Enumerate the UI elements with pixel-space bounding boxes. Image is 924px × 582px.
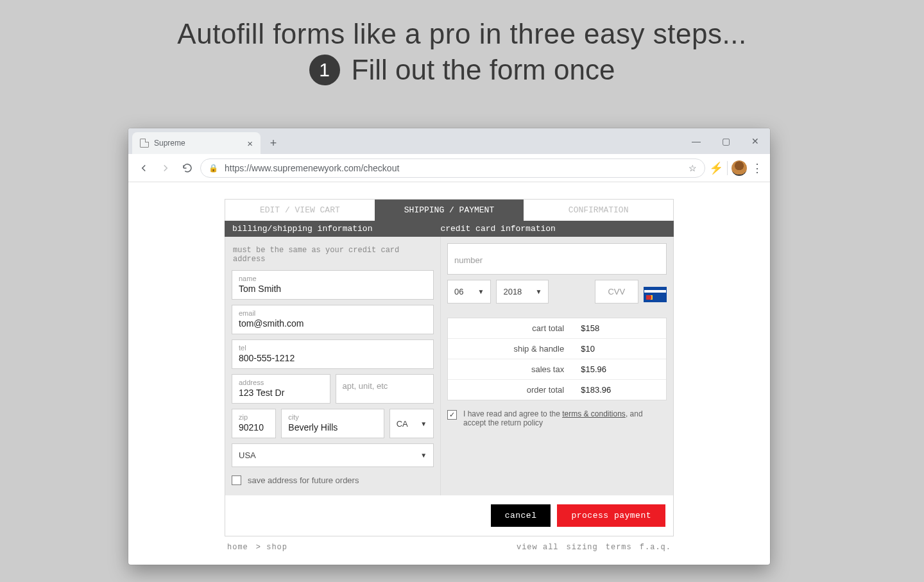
exp-year-value: 2018 bbox=[503, 287, 522, 296]
terms-checkbox[interactable]: ✓ bbox=[447, 410, 457, 420]
billing-header: billing/shipping information bbox=[232, 224, 440, 234]
separator bbox=[727, 161, 728, 175]
address-field[interactable]: address 123 Test Dr bbox=[232, 374, 330, 404]
address-bar[interactable]: 🔒 https://www.supremenewyork.com/checkou… bbox=[200, 158, 705, 178]
zip-field[interactable]: zip 90210 bbox=[232, 409, 276, 438]
promo-line1: Autofill forms like a pro in three easy … bbox=[177, 18, 746, 50]
email-label: email bbox=[239, 309, 427, 317]
window-controls: — ▢ ✕ bbox=[681, 128, 770, 154]
save-address-row[interactable]: save address for future orders bbox=[232, 475, 434, 485]
exp-month-select[interactable]: 06 ▼ bbox=[447, 280, 491, 304]
state-value: CA bbox=[397, 419, 408, 429]
email-value: tom@smith.com bbox=[239, 318, 427, 329]
checkout-form: must be the same as your credit card add… bbox=[225, 237, 674, 495]
step-confirmation[interactable]: CONFIRMATION bbox=[524, 200, 673, 221]
city-field[interactable]: city Beverly Hills bbox=[281, 409, 384, 438]
url-text: https://www.supremenewyork.com/checkout bbox=[225, 163, 399, 173]
totals-label-0: cart total bbox=[448, 318, 574, 338]
state-select[interactable]: CA ▼ bbox=[389, 409, 434, 438]
footer-viewall[interactable]: view all bbox=[517, 543, 559, 552]
tab-title: Supreme bbox=[154, 139, 185, 148]
close-window-icon[interactable]: ✕ bbox=[740, 128, 770, 154]
total-row: ship & handle $10 bbox=[448, 339, 666, 359]
minimize-icon[interactable]: — bbox=[681, 128, 711, 154]
zip-value: 90210 bbox=[239, 422, 269, 432]
apt-placeholder: apt, unit, etc bbox=[343, 381, 427, 391]
step-shipping-payment[interactable]: SHIPPING / PAYMENT bbox=[375, 200, 524, 221]
page-content: EDIT / VIEW CART SHIPPING / PAYMENT CONF… bbox=[128, 182, 770, 565]
new-tab-button[interactable]: + bbox=[264, 137, 282, 154]
name-label: name bbox=[239, 275, 427, 282]
payment-column: number 06 ▼ 2018 ▼ CVV bbox=[440, 237, 673, 495]
footer-shop[interactable]: > shop bbox=[256, 543, 287, 552]
close-tab-icon[interactable]: × bbox=[247, 139, 253, 148]
cvv-field[interactable]: CVV bbox=[595, 280, 638, 304]
email-field[interactable]: email tom@smith.com bbox=[232, 305, 434, 334]
totals-value-1: $10 bbox=[574, 339, 666, 359]
total-row: sales tax $15.96 bbox=[448, 359, 666, 380]
cvv-placeholder: CVV bbox=[602, 287, 631, 296]
section-header: billing/shipping information credit card… bbox=[225, 221, 674, 237]
totals-label-3: order total bbox=[448, 380, 574, 400]
footer-faq[interactable]: f.a.q. bbox=[640, 543, 671, 552]
chevron-down-icon: ▼ bbox=[536, 288, 542, 295]
apt-field[interactable]: apt, unit, etc bbox=[336, 374, 434, 404]
browser-tab[interactable]: Supreme × bbox=[132, 132, 261, 154]
bookmark-star-icon[interactable]: ☆ bbox=[689, 163, 697, 173]
actions-bar: cancel process payment bbox=[225, 495, 674, 536]
footer-nav: home > shop view all sizing terms f.a.q. bbox=[225, 536, 674, 552]
city-label: city bbox=[288, 413, 377, 421]
save-address-checkbox[interactable] bbox=[232, 475, 241, 485]
terms-row[interactable]: ✓ I have read and agree to the terms & c… bbox=[447, 409, 667, 427]
forward-button[interactable] bbox=[157, 159, 175, 177]
back-button[interactable] bbox=[135, 159, 153, 177]
extension-icon[interactable]: ⚡ bbox=[709, 161, 723, 175]
card-number-placeholder: number bbox=[454, 255, 660, 265]
chevron-down-icon: ▼ bbox=[420, 452, 427, 459]
cancel-button[interactable]: cancel bbox=[491, 504, 551, 527]
total-row: order total $183.96 bbox=[448, 380, 666, 400]
kebab-menu-icon[interactable]: ⋮ bbox=[751, 161, 764, 175]
exp-month-value: 06 bbox=[454, 287, 463, 296]
totals-value-2: $15.96 bbox=[574, 359, 666, 379]
totals-value-3: $183.96 bbox=[574, 380, 666, 400]
name-value: Tom Smith bbox=[239, 284, 427, 294]
browser-toolbar: 🔒 https://www.supremenewyork.com/checkou… bbox=[128, 154, 770, 182]
tel-field[interactable]: tel 800-555-1212 bbox=[232, 339, 434, 369]
exp-year-select[interactable]: 2018 ▼ bbox=[496, 280, 549, 304]
step-number-badge: 1 bbox=[309, 55, 340, 85]
promo-line2: Fill out the form once bbox=[352, 54, 615, 86]
totals-label-1: ship & handle bbox=[448, 339, 574, 359]
terms-link[interactable]: terms & conditions bbox=[562, 409, 626, 418]
maximize-icon[interactable]: ▢ bbox=[711, 128, 740, 154]
name-field[interactable]: name Tom Smith bbox=[232, 270, 434, 300]
card-number-field[interactable]: number bbox=[447, 243, 667, 275]
billing-column: must be the same as your credit card add… bbox=[225, 237, 440, 495]
footer-sizing[interactable]: sizing bbox=[567, 543, 598, 552]
lock-icon: 🔒 bbox=[209, 164, 218, 173]
address-value: 123 Test Dr bbox=[239, 388, 323, 398]
city-value: Beverly Hills bbox=[288, 422, 377, 432]
profile-avatar[interactable] bbox=[732, 160, 747, 176]
tel-label: tel bbox=[239, 344, 427, 352]
chevron-down-icon: ▼ bbox=[420, 420, 427, 427]
terms-text: I have read and agree to the terms & con… bbox=[463, 409, 667, 427]
reload-button[interactable] bbox=[178, 159, 196, 177]
save-address-label: save address for future orders bbox=[248, 475, 359, 485]
order-totals: cart total $158 ship & handle $10 sales … bbox=[447, 318, 667, 400]
checkout-steps: EDIT / VIEW CART SHIPPING / PAYMENT CONF… bbox=[225, 199, 674, 221]
totals-value-0: $158 bbox=[574, 318, 666, 338]
process-payment-button[interactable]: process payment bbox=[557, 504, 665, 527]
country-value: USA bbox=[239, 450, 256, 460]
chevron-down-icon: ▼ bbox=[478, 288, 484, 295]
zip-label: zip bbox=[239, 413, 269, 421]
footer-home[interactable]: home bbox=[227, 543, 248, 552]
total-row: cart total $158 bbox=[448, 318, 666, 339]
country-select[interactable]: USA ▼ bbox=[232, 443, 434, 467]
credit-header: credit card information bbox=[440, 224, 555, 234]
promo-headline: Autofill forms like a pro in three easy … bbox=[177, 18, 746, 86]
billing-hint: must be the same as your credit card add… bbox=[233, 246, 432, 264]
footer-terms[interactable]: terms bbox=[606, 543, 632, 552]
tel-value: 800-555-1212 bbox=[239, 353, 427, 363]
step-edit-cart[interactable]: EDIT / VIEW CART bbox=[225, 200, 375, 221]
